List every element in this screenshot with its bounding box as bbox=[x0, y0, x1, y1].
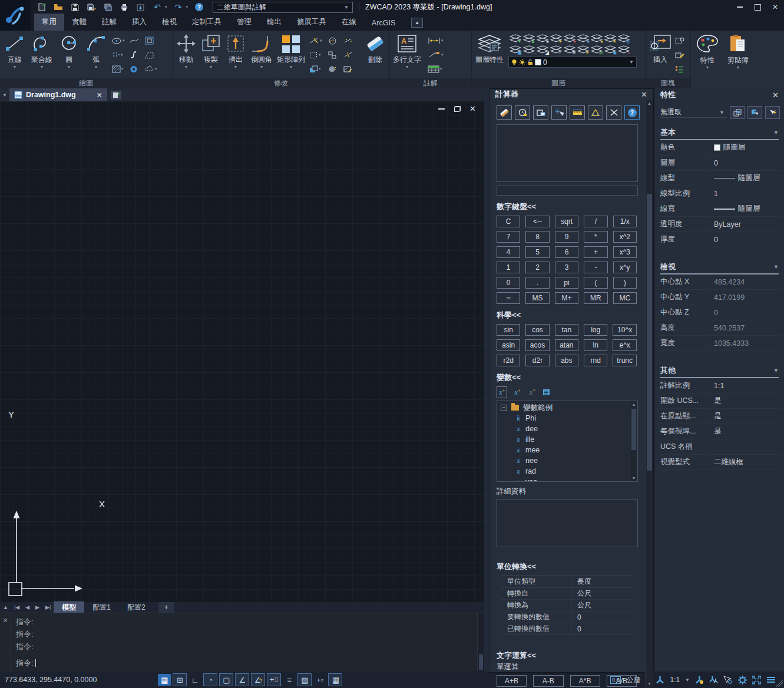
section-view[interactable]: 檢視 ▼ bbox=[660, 262, 779, 274]
spline-icon[interactable] bbox=[130, 35, 145, 47]
layer-delete-icon[interactable]: × bbox=[617, 44, 630, 55]
object-snap-icon[interactable]: ▢ bbox=[219, 673, 233, 686]
calc-key-acos[interactable]: acos bbox=[525, 339, 549, 351]
calc-key-power[interactable]: x^y bbox=[613, 262, 637, 273]
calc-key-10x[interactable]: 10^x bbox=[613, 324, 637, 336]
lineweight-icon[interactable]: ≡ bbox=[283, 674, 296, 686]
tab-layout2[interactable]: 配置2 bbox=[119, 601, 154, 614]
calc-key-abs[interactable]: abs bbox=[555, 355, 578, 366]
calc-key-decimal[interactable]: . bbox=[525, 277, 549, 289]
layer-match-icon[interactable]: ▣ bbox=[508, 44, 522, 55]
ellipse-icon[interactable]: ▾ bbox=[112, 35, 130, 47]
layer-properties-button[interactable]: 圖層特性 bbox=[473, 32, 506, 65]
angle-snap-icon[interactable]: ∠ bbox=[235, 673, 249, 686]
trim-icon[interactable]: ▾ bbox=[309, 35, 328, 47]
layer-off-icon[interactable]: ● bbox=[535, 32, 549, 44]
doc-tab-menu-icon[interactable]: ▼ bbox=[0, 92, 9, 98]
calculator-mode-icon[interactable] bbox=[542, 389, 550, 396]
calc-measure-angle-icon[interactable] bbox=[588, 105, 603, 120]
resize-grip[interactable] bbox=[773, 677, 783, 687]
auto-annotation-scale-icon[interactable] bbox=[709, 676, 718, 684]
calc-key-mc[interactable]: MC bbox=[613, 292, 637, 304]
print-preview-icon[interactable] bbox=[119, 2, 130, 12]
variable-row[interactable]: xille bbox=[501, 434, 630, 445]
calc-measure-distance-icon[interactable] bbox=[570, 105, 585, 120]
annotation-scale-value[interactable]: 1:1 bbox=[670, 676, 680, 684]
layer-unlock-icon[interactable]: ● bbox=[576, 32, 590, 44]
drawing-canvas[interactable]: ✕ Y X bbox=[0, 101, 484, 602]
layer-merge-icon[interactable]: ⇄ bbox=[590, 44, 603, 55]
edit-block-icon[interactable] bbox=[675, 49, 689, 61]
circle-button[interactable]: 圓▼ bbox=[55, 32, 82, 70]
variable-folder-row[interactable]: − 變數範例 bbox=[501, 402, 630, 413]
calc-key-ms[interactable]: MS bbox=[525, 292, 549, 304]
workspace-select[interactable]: 二維草圖與註解 ▼ bbox=[213, 2, 353, 13]
tab-online[interactable]: 在線 bbox=[334, 14, 364, 31]
layout-collapse-icon[interactable]: ▲ bbox=[0, 604, 11, 610]
command-scrollbar[interactable] bbox=[477, 613, 484, 672]
layer-combine-icon[interactable]: ◆ bbox=[603, 44, 617, 55]
layer-combo[interactable]: 0 ▼ bbox=[508, 57, 637, 68]
object-snap-tracking-icon[interactable]: ∠ϟ bbox=[251, 673, 265, 686]
tab-view[interactable]: 檢視 bbox=[154, 14, 184, 31]
new-document-tab-button[interactable] bbox=[111, 91, 121, 100]
calc-key-4[interactable]: 4 bbox=[497, 246, 520, 258]
calc-paste-to-command-icon[interactable] bbox=[533, 105, 548, 120]
section-collapse-icon[interactable]: ▼ bbox=[773, 264, 779, 270]
calc-key-pi[interactable]: pi bbox=[555, 277, 578, 289]
tab-insert[interactable]: 插入 bbox=[124, 14, 154, 31]
tab-model[interactable]: 模型 bbox=[54, 601, 84, 614]
calc-key-mplus[interactable]: M+ bbox=[555, 292, 578, 304]
calculator-scrollbar[interactable]: ▲▼ bbox=[645, 100, 653, 687]
tree-collapse-icon[interactable]: − bbox=[501, 405, 507, 411]
leader-icon[interactable]: ▾ bbox=[428, 49, 454, 61]
tab-manage[interactable]: 管理 bbox=[229, 14, 259, 31]
open-file-icon[interactable] bbox=[53, 2, 64, 12]
section-basic[interactable]: 基本 ▼ bbox=[660, 127, 779, 140]
window-close-button[interactable]: ✕ bbox=[766, 1, 784, 14]
properties-panel-button[interactable]: 特性 ▼ bbox=[693, 31, 722, 88]
layer-on-all-icon[interactable]: ☀ bbox=[549, 32, 563, 44]
dimension-icon[interactable]: ▾ bbox=[428, 35, 454, 47]
doc-minimize-button[interactable] bbox=[438, 108, 445, 110]
selection-dropdown[interactable]: 無選取 ▼ bbox=[660, 107, 727, 118]
polar-tracking-icon[interactable]: ◔ bbox=[203, 673, 217, 686]
prev-layout-icon[interactable]: ◀ bbox=[22, 604, 32, 610]
selection-filter-icon[interactable] bbox=[723, 676, 733, 684]
calc-get-coordinates-icon[interactable] bbox=[551, 105, 567, 120]
select-objects-icon[interactable] bbox=[747, 106, 762, 119]
layer-lock-icon[interactable]: ● bbox=[563, 32, 576, 44]
annotation-monitor-icon[interactable]: ▦/ bbox=[328, 673, 342, 686]
publish-icon[interactable] bbox=[135, 2, 146, 12]
shade-icon[interactable] bbox=[328, 63, 343, 75]
annotation-visibility-icon[interactable] bbox=[695, 676, 704, 684]
layer-current-icon[interactable]: ✓ bbox=[549, 44, 563, 55]
doc-close-button[interactable]: ✕ bbox=[469, 106, 476, 112]
annotation-scale-caret-icon[interactable]: ▼ bbox=[685, 677, 690, 683]
calc-key-6[interactable]: 6 bbox=[555, 246, 578, 258]
unit-row[interactable]: 單位類型長度 bbox=[501, 576, 633, 588]
calc-clear-x-icon[interactable] bbox=[606, 105, 621, 120]
calc-key-d2r[interactable]: d2r bbox=[525, 355, 549, 366]
selection-cycling-icon[interactable]: +▫ bbox=[313, 674, 326, 686]
calc-key-multiply[interactable]: * bbox=[584, 231, 607, 243]
calc-key-sin[interactable]: sin bbox=[497, 324, 520, 336]
layer-walk-icon[interactable]: ◎ bbox=[617, 32, 630, 44]
plot-icon[interactable] bbox=[102, 2, 113, 12]
calculator-header[interactable]: 計算器 ✕ bbox=[489, 89, 653, 100]
dynamic-input-icon[interactable]: +⌷ bbox=[267, 673, 281, 686]
move-button[interactable]: 移動▼ bbox=[174, 32, 199, 70]
scientific-section-title[interactable]: 科學<< bbox=[497, 310, 641, 320]
document-tab[interactable]: dwg Drawing1.dwg ✕ bbox=[9, 88, 107, 101]
unit-row[interactable]: 轉換為公尺 bbox=[501, 600, 633, 611]
calc-key-square[interactable]: x^2 bbox=[613, 231, 637, 243]
layer-copy-objects-icon[interactable]: ≋ bbox=[563, 44, 576, 55]
break-icon[interactable] bbox=[343, 49, 359, 61]
revision-cloud-icon[interactable]: ▾ bbox=[145, 63, 160, 75]
calc-key-asin[interactable]: asin bbox=[497, 339, 520, 351]
undo-icon[interactable]: ↶ bbox=[152, 2, 163, 12]
variable-row[interactable]: kPhi bbox=[501, 413, 630, 424]
point-icon[interactable]: ▾ bbox=[112, 49, 130, 61]
tab-layout1[interactable]: 配置1 bbox=[84, 601, 119, 614]
calc-key-9[interactable]: 9 bbox=[555, 231, 578, 243]
